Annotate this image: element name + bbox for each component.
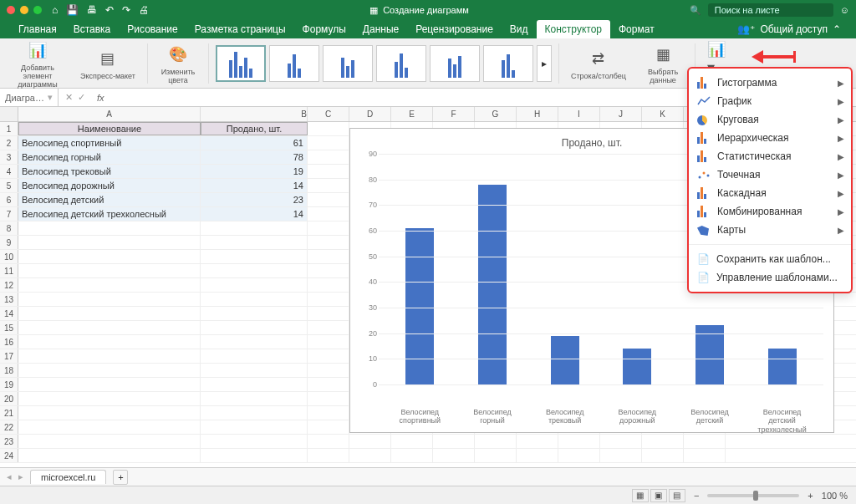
row-header[interactable]: 21: [0, 406, 18, 420]
cell[interactable]: [391, 435, 433, 448]
tab-design[interactable]: Конструктор: [537, 20, 610, 38]
cell[interactable]: [642, 435, 684, 448]
row-header[interactable]: 8: [0, 221, 18, 235]
cell[interactable]: [308, 278, 349, 292]
row-header[interactable]: 2: [0, 136, 18, 150]
cell[interactable]: [475, 435, 517, 448]
view-page-layout-button[interactable]: ▣: [650, 489, 667, 502]
zoom-slider[interactable]: [707, 494, 799, 497]
cell[interactable]: [308, 307, 349, 320]
tab-layout[interactable]: Разметка страницы: [186, 20, 294, 38]
cell[interactable]: [308, 193, 349, 206]
chart-type-menu-item[interactable]: График▶: [689, 92, 851, 110]
quick-layout-button[interactable]: ▤ Экспресс-макет: [75, 47, 140, 80]
cell[interactable]: [600, 449, 642, 462]
cell[interactable]: [308, 221, 349, 235]
cell[interactable]: Продано, шт.: [201, 122, 308, 135]
cell[interactable]: [201, 364, 308, 377]
cancel-icon[interactable]: ✕: [65, 92, 73, 103]
cell[interactable]: [18, 335, 201, 349]
cell[interactable]: [18, 221, 201, 235]
cell[interactable]: [558, 449, 600, 462]
close-window-icon[interactable]: [7, 6, 15, 14]
col-header-g[interactable]: G: [475, 107, 517, 121]
cell[interactable]: [517, 435, 558, 448]
cell[interactable]: [201, 406, 308, 420]
save-template-menu-item[interactable]: 📄Сохранить как шаблон...: [689, 250, 851, 268]
cell[interactable]: [308, 293, 349, 306]
chart-bar[interactable]: [405, 228, 434, 384]
cell[interactable]: Наименование: [18, 122, 201, 135]
cell[interactable]: [308, 122, 349, 135]
col-header-f[interactable]: F: [433, 107, 475, 121]
tab-draw[interactable]: Рисование: [119, 20, 186, 38]
cell[interactable]: [308, 250, 349, 263]
col-header-d[interactable]: D: [349, 107, 391, 121]
col-header-k[interactable]: K: [642, 107, 684, 121]
cell[interactable]: [308, 364, 349, 377]
switch-row-column-button[interactable]: ⇄ Строка/столбец: [566, 47, 631, 80]
row-header[interactable]: 20: [0, 392, 18, 405]
cell[interactable]: [18, 321, 201, 334]
zoom-level[interactable]: 100 %: [822, 491, 848, 501]
cell[interactable]: [308, 179, 349, 192]
cell[interactable]: [349, 449, 391, 462]
view-normal-button[interactable]: ▦: [632, 489, 649, 502]
cell[interactable]: [684, 449, 726, 462]
cell[interactable]: [308, 335, 349, 349]
cell[interactable]: [308, 406, 349, 420]
chart-type-menu-item[interactable]: Точечная▶: [689, 165, 851, 184]
col-header-c[interactable]: C: [308, 107, 349, 121]
col-header-i[interactable]: I: [558, 107, 600, 121]
tab-view[interactable]: Вид: [502, 20, 537, 38]
tab-insert[interactable]: Вставка: [65, 20, 120, 38]
cell[interactable]: [201, 221, 308, 235]
cell[interactable]: [201, 435, 308, 448]
cell[interactable]: 14: [201, 179, 308, 192]
tab-format[interactable]: Формат: [610, 20, 663, 38]
cell[interactable]: [201, 420, 308, 434]
cell[interactable]: [642, 449, 684, 462]
name-box[interactable]: Диагра… ▾: [0, 89, 59, 106]
row-header[interactable]: 24: [0, 449, 18, 462]
cell[interactable]: [308, 378, 349, 391]
row-header[interactable]: 9: [0, 236, 18, 249]
cell[interactable]: Велосипед дорожный: [18, 179, 201, 192]
chart-style-6[interactable]: [483, 45, 533, 82]
row-header[interactable]: 5: [0, 179, 18, 192]
cell[interactable]: [18, 449, 201, 462]
change-colors-button[interactable]: 🎨 Изменить цвета: [155, 43, 201, 84]
col-header-b[interactable]: B: [201, 107, 308, 121]
cell[interactable]: [18, 435, 201, 448]
cell[interactable]: [308, 349, 349, 363]
cell[interactable]: Велосипед трековый: [18, 165, 201, 178]
sheet-tab[interactable]: microexcel.ru: [30, 470, 106, 484]
cell[interactable]: [201, 449, 308, 462]
tab-data[interactable]: Данные: [354, 20, 407, 38]
cell[interactable]: [308, 392, 349, 405]
cell[interactable]: [18, 349, 201, 363]
row-header[interactable]: 19: [0, 378, 18, 391]
row-header[interactable]: 11: [0, 264, 18, 277]
chart-type-menu-item[interactable]: Статистическая▶: [689, 147, 851, 165]
cell[interactable]: [201, 335, 308, 349]
cell[interactable]: [18, 278, 201, 292]
cell[interactable]: [558, 435, 600, 448]
select-data-button[interactable]: ▦ Выбрать данные: [638, 43, 688, 84]
col-header-j[interactable]: J: [600, 107, 642, 121]
cell[interactable]: [349, 435, 391, 448]
row-header[interactable]: 6: [0, 193, 18, 206]
cell[interactable]: [201, 321, 308, 334]
cell[interactable]: 14: [201, 207, 308, 221]
col-header-a[interactable]: A: [18, 107, 201, 121]
view-page-break-button[interactable]: ▤: [669, 489, 685, 502]
cell[interactable]: [201, 307, 308, 320]
gallery-more-button[interactable]: ▸: [537, 45, 552, 82]
maximize-window-icon[interactable]: [33, 6, 42, 14]
cell[interactable]: [308, 207, 349, 221]
cell[interactable]: [18, 293, 201, 306]
sheet-nav-first[interactable]: ◂: [7, 471, 12, 482]
cell[interactable]: [18, 420, 201, 434]
col-header-e[interactable]: E: [391, 107, 433, 121]
cell[interactable]: 61: [201, 136, 308, 150]
